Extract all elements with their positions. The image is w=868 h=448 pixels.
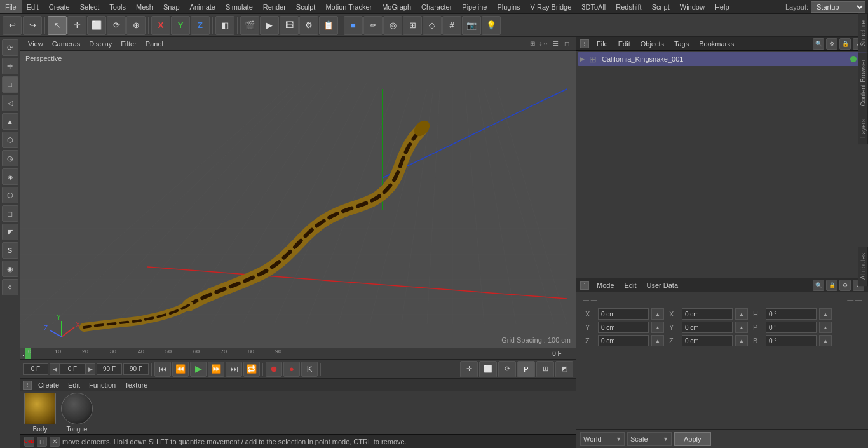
menu-mesh[interactable]: Mesh (131, 0, 158, 13)
world-dropdown[interactable]: World ▼ (580, 432, 625, 446)
menu-redshift[interactable]: Redshift (611, 0, 646, 13)
grid-right-btn[interactable]: ⊞ (536, 361, 554, 377)
menu-create[interactable]: Create (44, 0, 75, 13)
snap-target-btn[interactable]: ◎ (383, 16, 402, 35)
menu-plugins[interactable]: Plugins (492, 0, 525, 13)
render-view-btn[interactable]: 🎬 (240, 16, 259, 35)
sidebar-btn-4[interactable]: ◁ (2, 95, 18, 111)
coord-z1-btn[interactable]: ▲ (651, 335, 664, 346)
z-axis-btn[interactable]: Z (191, 16, 210, 35)
mat-menu-edit[interactable]: Edit (64, 381, 84, 390)
play-btn[interactable]: ▶ (190, 362, 207, 377)
step-fwd-btn[interactable]: ⏩ (208, 362, 224, 377)
coord-x2-btn[interactable]: ▲ (735, 308, 748, 320)
coord-z1-field[interactable]: 0 cm (598, 335, 649, 346)
select-tool[interactable]: ↖ (48, 16, 67, 35)
menu-script[interactable]: Script (647, 0, 675, 13)
sidebar-btn-11[interactable]: ◤ (2, 224, 18, 240)
auto-key-btn[interactable]: ● (283, 362, 300, 377)
coord-b-field[interactable]: 0 ° (766, 335, 817, 346)
coord-y1-btn[interactable]: ▲ (651, 322, 664, 333)
brush-btn[interactable]: ◇ (423, 16, 442, 35)
menu-pipeline[interactable]: Pipeline (457, 0, 492, 13)
menu-file[interactable]: File (0, 0, 22, 13)
coord-h-btn[interactable]: ▲ (819, 308, 832, 320)
undo-button[interactable]: ↩ (3, 16, 22, 35)
object-row-snake[interactable]: ▶ ⊞ California_Kingsnake_001 (578, 52, 867, 66)
attr-menu-mode[interactable]: Mode (593, 281, 618, 290)
mat-menu-function[interactable]: Function (85, 381, 119, 390)
render-interactive-btn[interactable]: ▶ (260, 16, 279, 35)
go-end-btn[interactable]: ⏭ (226, 362, 242, 377)
coord-x2-field[interactable]: 0 cm (682, 308, 733, 320)
coord-y2-btn[interactable]: ▲ (735, 322, 748, 333)
menu-select[interactable]: Select (75, 0, 105, 13)
menu-simulate[interactable]: Simulate (220, 0, 258, 13)
scale-tool[interactable]: ⬜ (87, 16, 106, 35)
render-queue-btn[interactable]: 📋 (319, 16, 338, 35)
loop-btn[interactable]: 🔁 (243, 362, 260, 377)
tab-layers[interactable]: Layers (858, 112, 868, 144)
menu-vray-bridge[interactable]: V-Ray Bridge (526, 0, 577, 13)
playback-right-btn[interactable]: P (517, 361, 535, 377)
menu-help[interactable]: Help (710, 0, 735, 13)
menu-character[interactable]: Character (416, 0, 457, 13)
grid-btn[interactable]: # (442, 16, 461, 35)
menu-animate[interactable]: Animate (185, 0, 220, 13)
mat-menu-create[interactable]: Create (34, 381, 63, 390)
timeline[interactable]: ⋮ 0 10 20 30 40 50 60 70 80 90 0 F (20, 348, 576, 359)
scale-dropdown[interactable]: Scale ▼ (627, 432, 672, 446)
light-btn[interactable]: 💡 (482, 16, 501, 35)
frame-current-input[interactable] (60, 363, 85, 375)
rotate-right-btn[interactable]: ⟳ (498, 361, 516, 377)
sidebar-btn-7[interactable]: ◷ (2, 150, 18, 166)
vp-menu-display[interactable]: Display (85, 39, 116, 48)
coord-y2-field[interactable]: 0 cm (682, 322, 733, 333)
render-final-btn[interactable]: 🎞 (280, 16, 299, 35)
array-btn[interactable]: ⊞ (403, 16, 422, 35)
timeline-frame-input[interactable]: 0 F (538, 350, 576, 357)
vp-menu-filter[interactable]: Filter (117, 39, 140, 48)
render-settings-btn[interactable]: ⚙ (299, 16, 318, 35)
menu-3dto-all[interactable]: 3DToAll (576, 0, 611, 13)
statusbar-render-icon[interactable]: ◻ (37, 437, 47, 447)
go-start-btn[interactable]: ⏮ (154, 362, 171, 377)
sidebar-btn-12[interactable]: S (2, 242, 18, 259)
statusbar-close-icon[interactable]: ✕ (50, 437, 60, 447)
sidebar-btn-1[interactable]: ⟳ (2, 39, 18, 56)
transform-tool[interactable]: ⊕ (126, 16, 146, 35)
move-tool[interactable]: ✛ (67, 16, 86, 35)
frame-end-input[interactable] (97, 363, 122, 375)
obj-menu-objects[interactable]: Objects (637, 39, 668, 48)
vp-menu-cameras[interactable]: Cameras (48, 39, 85, 48)
coord-z2-field[interactable]: 0 cm (682, 335, 733, 346)
vp-icon-move[interactable]: ↕↔ (539, 39, 549, 49)
mat-menu-texture[interactable]: Texture (121, 381, 151, 390)
tab-structure[interactable]: Structure (858, 14, 868, 53)
frame-end2-input[interactable] (123, 363, 149, 375)
vp-icon-render[interactable]: ◻ (562, 39, 572, 49)
move-right-btn[interactable]: ✛ (460, 361, 478, 377)
menu-mograph[interactable]: MoGraph (377, 0, 416, 13)
menu-render[interactable]: Render (258, 0, 291, 13)
layout-dropdown[interactable]: Startup Standard BP UV Edit (811, 1, 865, 13)
objects-grip[interactable]: ⋮ (580, 39, 589, 48)
camera-btn[interactable]: 📷 (462, 16, 481, 35)
sidebar-btn-13[interactable]: ◉ (2, 261, 18, 277)
statusbar-cinema4d-icon[interactable]: C4D (24, 437, 34, 447)
tab-content-browser[interactable]: Content Browser (858, 53, 868, 112)
attr-icon-settings[interactable]: ⚙ (839, 280, 851, 291)
sidebar-btn-9[interactable]: ⬡ (2, 187, 18, 203)
y-axis-btn[interactable]: Y (171, 16, 190, 35)
render-right-btn[interactable]: ◩ (555, 361, 573, 377)
attr-icon-lock[interactable]: 🔒 (826, 280, 837, 291)
coord-p-btn[interactable]: ▲ (819, 322, 832, 333)
coord-x1-field[interactable]: 0 cm (598, 308, 649, 320)
scale-right-btn[interactable]: ⬜ (479, 361, 497, 377)
sidebar-btn-14[interactable]: ◊ (2, 279, 18, 295)
coord-p-field[interactable]: 0 ° (766, 322, 817, 333)
obj-menu-file[interactable]: File (593, 39, 612, 48)
step-back-btn[interactable]: ⏪ (172, 362, 189, 377)
coord-z2-btn[interactable]: ▲ (735, 335, 748, 346)
material-body[interactable]: Body (24, 393, 56, 433)
